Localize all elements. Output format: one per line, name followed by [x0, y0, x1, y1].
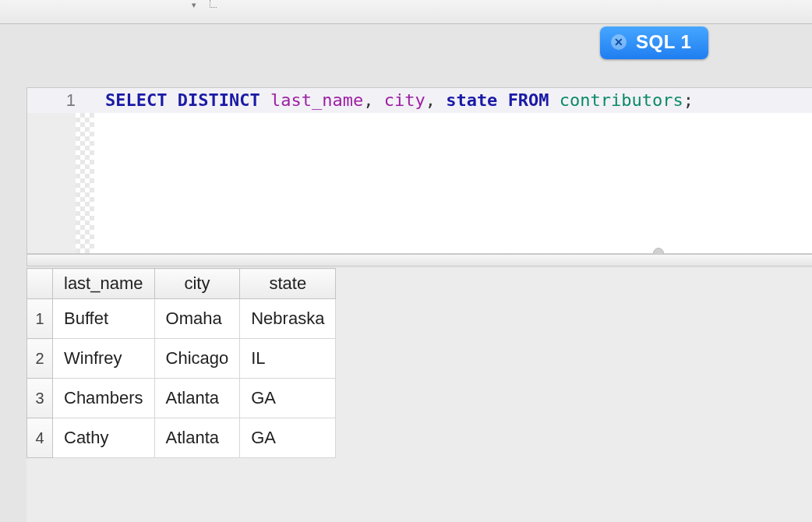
- cell[interactable]: Chicago: [154, 339, 240, 379]
- results-pane: last_name city state 1 Buffet Omaha Nebr…: [26, 268, 812, 522]
- cell[interactable]: GA: [240, 418, 336, 458]
- sql-editor[interactable]: 1 SELECT DISTINCT last_name, city, state…: [26, 87, 812, 254]
- column-header[interactable]: last_name: [53, 269, 155, 299]
- tab-bar: ✕ SQL 1: [600, 26, 708, 59]
- column-header[interactable]: state: [240, 269, 336, 299]
- token-keyword: SELECT DISTINCT: [105, 90, 260, 110]
- toolbar-notch-icon: [210, 0, 217, 8]
- row-number: 1: [27, 299, 53, 339]
- table-row[interactable]: 2 Winfrey Chicago IL: [27, 339, 336, 379]
- row-number: 3: [27, 379, 53, 418]
- token-table: contributors: [560, 90, 683, 110]
- table-row[interactable]: 4 Cathy Atlanta GA: [27, 418, 336, 458]
- cell[interactable]: Omaha: [154, 299, 240, 339]
- splitter[interactable]: [26, 254, 812, 266]
- token-comma: ,: [363, 90, 373, 110]
- token-keyword: state: [446, 90, 497, 110]
- table-row[interactable]: 1 Buffet Omaha Nebraska: [27, 299, 336, 339]
- row-number-header: [27, 269, 53, 299]
- tab-label: SQL 1: [636, 31, 691, 53]
- fold-gutter: [82, 88, 101, 113]
- code-line-1[interactable]: SELECT DISTINCT last_name, city, state F…: [101, 88, 812, 113]
- token-identifier: last_name: [270, 90, 363, 110]
- cell[interactable]: Nebraska: [240, 299, 336, 339]
- cell[interactable]: Buffet: [53, 299, 155, 339]
- editor-body[interactable]: [94, 113, 812, 253]
- line-number: 1: [27, 88, 82, 113]
- toolbar-caret-icon: ▾: [192, 0, 196, 10]
- tab-sql-1[interactable]: ✕ SQL 1: [600, 26, 708, 59]
- row-number: 2: [27, 339, 53, 379]
- cell[interactable]: Cathy: [53, 418, 155, 458]
- token-identifier: city: [384, 90, 425, 110]
- margin-gutter: [76, 113, 94, 253]
- close-tab-icon[interactable]: ✕: [611, 34, 627, 50]
- line-number-gutter: [27, 113, 76, 253]
- table-row[interactable]: 3 Chambers Atlanta GA: [27, 379, 336, 418]
- results-table[interactable]: last_name city state 1 Buffet Omaha Nebr…: [26, 268, 336, 458]
- cell[interactable]: Atlanta: [154, 418, 240, 458]
- cell[interactable]: Winfrey: [53, 339, 155, 379]
- row-number: 4: [27, 418, 53, 458]
- token-comma: ,: [425, 90, 436, 110]
- cell[interactable]: GA: [240, 379, 336, 418]
- cell[interactable]: Atlanta: [154, 379, 240, 418]
- cell[interactable]: IL: [240, 339, 336, 379]
- table-header-row: last_name city state: [27, 269, 336, 299]
- cell[interactable]: Chambers: [53, 379, 155, 418]
- toolbar: ▾: [0, 0, 812, 24]
- token-semicolon: ;: [683, 90, 694, 110]
- column-header[interactable]: city: [154, 269, 240, 299]
- token-keyword: FROM: [508, 90, 549, 110]
